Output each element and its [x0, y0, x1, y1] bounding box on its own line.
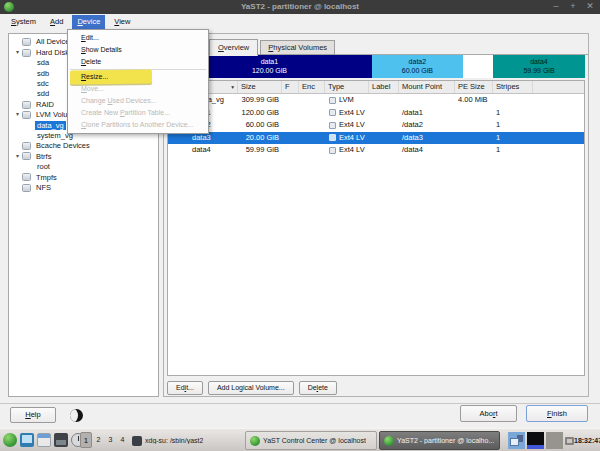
minimize-button[interactable]: –: [550, 0, 562, 14]
task-button-xdg-su-sbin-yast2[interactable]: xdg-su: /sbin/yast2: [128, 431, 232, 450]
partition-icon: [329, 147, 336, 154]
cell-label: [369, 107, 399, 120]
segment-name: data4: [530, 58, 548, 67]
lvm-icon: [329, 97, 336, 104]
column-header-enc[interactable]: Enc: [299, 81, 325, 93]
menubar: SystemAddDeviceView: [0, 14, 600, 29]
column-header-filler: [533, 81, 584, 93]
cell-pe-size: [455, 132, 493, 145]
tree-item-label: sdd: [35, 89, 51, 99]
cell-enc: [299, 107, 325, 120]
menu-item-resize[interactable]: Resize...: [68, 71, 208, 83]
device-menu: Edit...Show DetailsDeleteResize...Move..…: [67, 29, 209, 134]
table-row-data2[interactable]: data260.00 GiBExt4 LV/data21: [168, 119, 584, 132]
menubar-item-view[interactable]: View: [109, 15, 135, 29]
column-header-pe-size[interactable]: PE Size: [455, 81, 493, 93]
tmpfs-icon: [22, 173, 31, 181]
cell-type: Ext4 LV: [325, 107, 369, 120]
cell-f: [282, 107, 299, 120]
table-row-data4[interactable]: data459.99 GiBExt4 LV/data41: [168, 144, 584, 157]
cell-size: 20.00 GiB: [238, 132, 282, 145]
menubar-item-system[interactable]: System: [6, 15, 41, 29]
column-header-type[interactable]: Type: [325, 81, 369, 93]
pager-workspace-1[interactable]: [508, 432, 525, 449]
column-header-stripes[interactable]: Stripes: [493, 81, 533, 93]
busy-crescent-icon: [70, 409, 83, 422]
cell-f: [282, 119, 299, 132]
cell-enc: [299, 119, 325, 132]
cell-size: 309.99 GiB: [238, 94, 282, 107]
screen: YaST2 - partitioner @ localhost – + ✕ Sy…: [0, 0, 600, 451]
delete-button[interactable]: Delete: [299, 381, 337, 395]
expander-icon: ▾: [13, 110, 22, 119]
cell-label: [369, 94, 399, 107]
finish-button[interactable]: Finish: [526, 405, 588, 422]
cell-type: Ext4 LV: [325, 144, 369, 157]
table-row-data1[interactable]: data1120.00 GiBExt4 LV/data11: [168, 107, 584, 120]
segment-size: 59.99 GiB: [523, 67, 554, 76]
menu-item-move: Move...: [68, 83, 208, 95]
pager-workspace-3[interactable]: [546, 432, 563, 449]
tree-item-nfs[interactable]: NFS: [9, 182, 158, 192]
volume-segment-unallocated: [463, 55, 493, 78]
segment-size: 60.00 GiB: [402, 67, 433, 76]
volume-segment-data2[interactable]: data260.00 GiB: [372, 55, 463, 78]
menu-item-edit[interactable]: Edit...: [68, 32, 208, 44]
tree-item-label: Btrfs: [34, 152, 53, 162]
lvm-icon: [22, 111, 31, 119]
cell-type: LVM: [325, 94, 369, 107]
help-button[interactable]: Help: [10, 407, 56, 423]
cell-f: [282, 94, 299, 107]
column-header-label[interactable]: Label: [369, 81, 399, 93]
close-button[interactable]: ✕: [584, 0, 596, 14]
tab-physical-volumes[interactable]: Physical Volumes: [260, 40, 335, 55]
cell-mount-point: /data4: [399, 144, 455, 157]
table-row-dev-data-vg[interactable]: /dev/data_vg309.99 GiBLVM4.00 MiB: [168, 94, 584, 107]
column-header-size[interactable]: Size: [238, 81, 282, 93]
tree-item-label: RAID: [34, 100, 56, 110]
menubar-item-device[interactable]: Device: [72, 15, 105, 29]
add-logical-volume-button[interactable]: Add Logical Volume...: [208, 381, 294, 395]
cell-pe-size: [455, 144, 493, 157]
cell-label: [369, 132, 399, 145]
partition-icon: [329, 122, 336, 129]
volume-bar: data1120.00 GiBdata260.00 GiBdata459.99 …: [167, 55, 585, 78]
tab-overview[interactable]: Overview: [209, 39, 258, 56]
maximize-button[interactable]: +: [567, 0, 579, 14]
cell-type: Ext4 LV: [325, 119, 369, 132]
partition-icon: [329, 134, 336, 141]
menu-item-label: Create New Partition Table...: [81, 107, 208, 119]
clock: 18:32:47: [574, 429, 600, 451]
tray-icon[interactable]: [565, 437, 574, 445]
tree-item-label: sdb: [35, 69, 51, 79]
taskbar: 1234 xdg-su: /sbin/yast2YaST Control Cen…: [0, 428, 600, 451]
menu-item-change-used-devices: Change Used Devices...: [68, 95, 208, 107]
tree-item-btrfs[interactable]: ▾Btrfs: [9, 151, 158, 161]
cell-enc: [299, 132, 325, 145]
window-title: YaST2 - partitioner @ localhost: [0, 0, 600, 14]
menu-item-show-details[interactable]: Show Details: [68, 44, 208, 56]
column-header-mount-point[interactable]: Mount Point: [399, 81, 455, 93]
task-label: YaST2 - partitioner @ localho...: [397, 437, 494, 444]
task-button-yast2-partitioner-localho[interactable]: YaST2 - partitioner @ localho...: [379, 431, 500, 450]
pager-workspace-2[interactable]: [527, 432, 544, 449]
column-header-f[interactable]: F: [282, 81, 299, 93]
menu-item-delete[interactable]: Delete: [68, 56, 208, 68]
volume-segment-data4[interactable]: data459.99 GiB: [493, 55, 585, 78]
table-row-data3[interactable]: data320.00 GiBExt4 LV/data31: [168, 132, 584, 145]
tab-bar: OverviewPhysical Volumes: [209, 37, 337, 55]
cell-size: 60.00 GiB: [238, 119, 282, 132]
tree-item-bcache-devices[interactable]: Bcache Devices: [9, 141, 158, 151]
window-controls: – + ✕: [550, 0, 596, 14]
cell-filler: [533, 132, 584, 145]
edit-button[interactable]: Edit...: [167, 381, 203, 395]
menu-item-clone-partitions-to-another-device: Clone Partitions to Another Device...: [68, 119, 208, 131]
menubar-item-add[interactable]: Add: [45, 15, 68, 29]
abort-button[interactable]: Abort: [460, 405, 517, 422]
tree-item-root[interactable]: root: [9, 162, 158, 172]
tree-item-label: Bcache Devices: [34, 141, 92, 151]
task-button-yast-control-center-localhost[interactable]: YaST Control Center @ localhost: [245, 431, 377, 450]
cell-mount-point: [399, 94, 455, 107]
cell-mount-point: /data1: [399, 107, 455, 120]
tree-item-tmpfs[interactable]: Tmpfs: [9, 172, 158, 182]
